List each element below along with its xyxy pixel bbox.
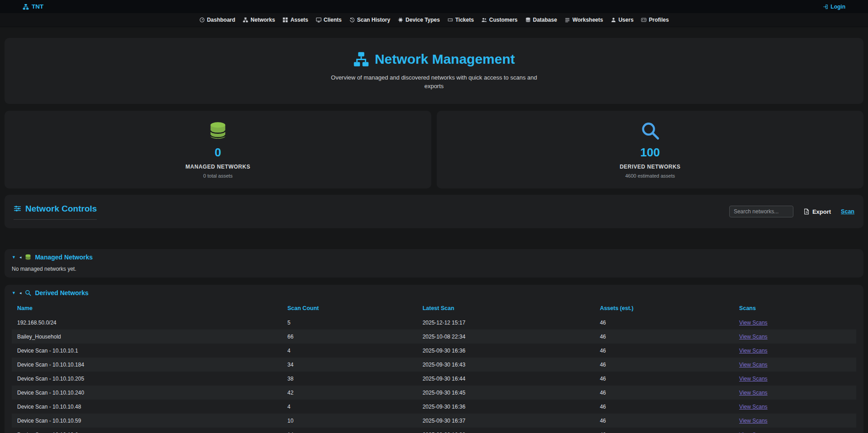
nav-label: Profiles <box>649 17 669 23</box>
nav-item-worksheets[interactable]: Worksheets <box>565 17 603 23</box>
cell-scan-count: 42 <box>282 386 417 400</box>
export-button[interactable]: Export <box>803 208 831 215</box>
main-content: Network Management Overview of managed a… <box>0 38 868 433</box>
nav-item-dashboard[interactable]: Dashboard <box>199 17 236 23</box>
nav-item-networks[interactable]: Networks <box>243 17 275 23</box>
cell-latest-scan: 2025-09-30 16:45 <box>417 386 594 400</box>
cell-name: Device Scan - 10.10.10.1 <box>12 344 282 358</box>
view-scans-link[interactable]: View Scans <box>739 376 767 382</box>
cell-scan-count: 10 <box>282 414 417 428</box>
managed-networks-count: 0 <box>215 146 221 160</box>
table-row: Device Scan - 10.10.10.205 38 2025-09-30… <box>12 372 856 386</box>
cell-scans: View Scans <box>734 344 856 358</box>
chip-icon <box>398 17 403 23</box>
nav-item-clients[interactable]: Clients <box>316 17 342 23</box>
nav-label: Worksheets <box>572 17 603 23</box>
nav-item-customers[interactable]: Customers <box>481 17 518 23</box>
table-row: Device Scan - 10.10.10.240 42 2025-09-30… <box>12 386 856 400</box>
nav-label: Customers <box>489 17 518 23</box>
cell-assets: 46 <box>594 414 734 428</box>
controls-actions: Export Scan <box>729 206 854 217</box>
cell-name: Device Scan - 10.10.10.205 <box>12 372 282 386</box>
login-link[interactable]: Login <box>823 4 845 10</box>
derived-networks-header: ▼ ◂ Derived Networks <box>12 289 856 297</box>
derived-networks-panel: ▼ ◂ Derived Networks Name Scan Count Lat… <box>5 285 863 433</box>
login-label: Login <box>830 4 845 10</box>
table-row: Device Scan - 10.10.10.184 34 2025-09-30… <box>12 358 856 372</box>
nav-label: Clients <box>324 17 342 23</box>
nav-item-database[interactable]: Database <box>525 17 557 23</box>
cell-assets: 46 <box>594 372 734 386</box>
managed-networks-sub: 0 total assets <box>203 173 233 179</box>
user-icon <box>611 17 616 23</box>
view-scans-link[interactable]: View Scans <box>739 362 767 368</box>
nav-item-profiles[interactable]: Profiles <box>641 17 669 23</box>
collapse-left-icon[interactable]: ◂ <box>19 291 22 295</box>
view-scans-link[interactable]: View Scans <box>739 432 767 433</box>
cell-scans: View Scans <box>734 315 856 329</box>
sitemap-icon <box>353 51 369 67</box>
database-icon <box>525 17 531 23</box>
nav-label: Networks <box>250 17 275 23</box>
cell-name: Device Scan - 10.10.10.48 <box>12 400 282 414</box>
export-icon <box>803 208 810 215</box>
view-scans-link[interactable]: View Scans <box>739 348 767 354</box>
cell-scans: View Scans <box>734 358 856 372</box>
managed-networks-header: ▼ ◂ Managed Networks <box>12 254 856 261</box>
col-header-latest-scan: Latest Scan <box>417 301 594 315</box>
search-networks-input[interactable] <box>729 206 793 217</box>
managed-networks-panel: ▼ ◂ Managed Networks No managed networks… <box>5 249 863 278</box>
cell-scans: View Scans <box>734 329 856 344</box>
list-icon <box>565 17 570 23</box>
cell-scan-count: 5 <box>282 315 417 329</box>
export-label: Export <box>812 208 831 215</box>
network-logo-icon <box>23 4 29 10</box>
col-header-scan-count: Scan Count <box>282 301 417 315</box>
cell-name: Device Scan - 10.10.10.184 <box>12 358 282 372</box>
nav-item-tickets[interactable]: Tickets <box>448 17 474 23</box>
monitor-icon <box>316 17 321 23</box>
nav-item-scan-history[interactable]: Scan History <box>349 17 390 23</box>
cell-scans: View Scans <box>734 414 856 428</box>
id-card-icon <box>641 17 646 23</box>
cell-latest-scan: 2025-09-30 16:36 <box>417 400 594 414</box>
sliders-icon <box>14 205 21 212</box>
cell-name: 192.168.50.0/24 <box>12 315 282 329</box>
view-scans-link[interactable]: View Scans <box>739 418 767 424</box>
cell-scan-count: 38 <box>282 372 417 386</box>
nav-label: Dashboard <box>207 17 236 23</box>
view-scans-link[interactable]: View Scans <box>739 404 767 410</box>
view-scans-link[interactable]: View Scans <box>739 334 767 340</box>
cell-latest-scan: 2025-09-30 16:44 <box>417 372 594 386</box>
search-icon <box>641 121 660 140</box>
derived-networks-count: 100 <box>640 146 660 160</box>
collapse-left-icon[interactable]: ◂ <box>19 255 22 259</box>
cell-scan-count: 34 <box>282 358 417 372</box>
brand[interactable]: TNT <box>23 3 43 10</box>
nav-item-assets[interactable]: Assets <box>283 17 308 23</box>
view-scans-link[interactable]: View Scans <box>739 390 767 396</box>
nav-item-users[interactable]: Users <box>611 17 633 23</box>
collapse-down-icon[interactable]: ▼ <box>12 291 16 295</box>
gauge-icon <box>199 17 205 23</box>
col-header-assets: Assets (est.) <box>594 301 734 315</box>
table-row: Device Scan - 10.10.10.1 4 2025-09-30 16… <box>12 344 856 358</box>
nav-item-device-types[interactable]: Device Types <box>398 17 440 23</box>
nav-label: Assets <box>290 17 308 23</box>
managed-networks-empty-text: No managed networks yet. <box>12 266 856 272</box>
table-row: Device Scan - 10.10.10.59 10 2025-09-30 … <box>12 414 856 428</box>
cell-assets: 46 <box>594 329 734 344</box>
scan-link[interactable]: Scan <box>841 208 854 215</box>
nav-label: Device Types <box>406 17 440 23</box>
collapse-down-icon[interactable]: ▼ <box>12 255 16 259</box>
managed-networks-stat-card: 0 MANAGED NETWORKS 0 total assets <box>5 111 431 188</box>
cell-assets: 46 <box>594 344 734 358</box>
derived-networks-sub: 4600 estimated assets <box>625 173 675 179</box>
login-arrow-icon <box>823 4 828 9</box>
view-scans-link[interactable]: View Scans <box>739 320 767 326</box>
cell-name: Device Scan - 10.10.10.59 <box>12 414 282 428</box>
col-header-scans: Scans <box>734 301 856 315</box>
nav-label: Database <box>533 17 557 23</box>
cell-latest-scan: 2025-09-30 16:36 <box>417 344 594 358</box>
page-title: Network Management <box>353 51 515 67</box>
